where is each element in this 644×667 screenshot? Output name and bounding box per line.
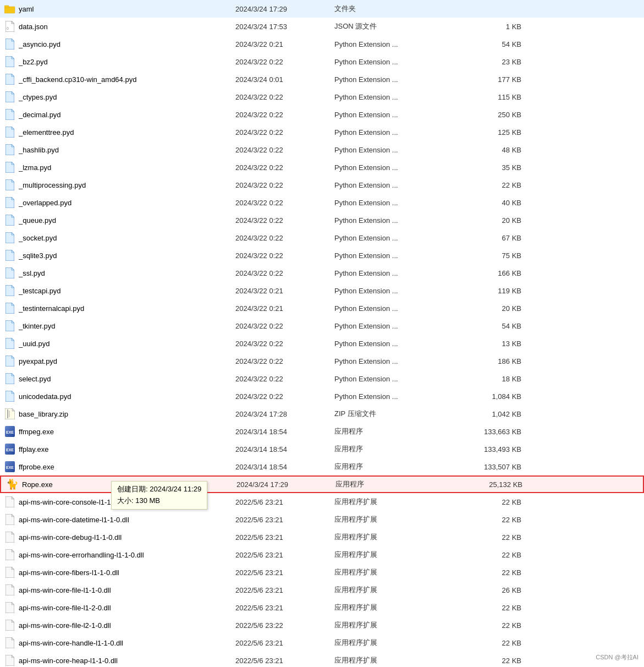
- file-date: 2024/3/22 0:22: [235, 146, 334, 154]
- file-name-col: api-ms-win-core-heap-l1-1-0.dll: [4, 655, 235, 666]
- svg-marker-8: [12, 56, 14, 59]
- dll-icon: [4, 567, 15, 578]
- folder-icon: [4, 3, 15, 14]
- file-row[interactable]: api-ms-win-core-heap-l1-1-0.dll2022/5/6 …: [0, 652, 644, 667]
- file-name-col: select.pyd: [4, 373, 235, 384]
- file-type: 应用程序扩展: [334, 585, 455, 595]
- file-row[interactable]: api-ms-win-core-handle-l1-1-0.dll2022/5/…: [0, 634, 644, 652]
- svg-marker-64: [12, 549, 14, 552]
- file-row[interactable]: _tkinter.pyd2024/3/22 0:22Python Extensi…: [0, 317, 644, 335]
- pyd-icon: [4, 127, 15, 138]
- pyd-icon: [4, 56, 15, 67]
- file-name-col: api-ms-win-core-fibers-l1-1-0.dll: [4, 567, 235, 578]
- file-date: 2024/3/22 0:22: [235, 163, 334, 172]
- file-type: JSON 源文件: [334, 21, 455, 31]
- file-name-col: _socket.pyd: [4, 232, 235, 243]
- pyd-icon: [4, 356, 15, 367]
- file-row[interactable]: _decimal.pyd2024/3/22 0:22Python Extensi…: [0, 106, 644, 123]
- dll-icon: [4, 637, 15, 648]
- file-type: Python Extension ...: [334, 181, 455, 189]
- file-row[interactable]: api-ms-win-core-file-l1-1-0.dll2022/5/6 …: [0, 581, 644, 599]
- file-row[interactable]: unicodedata.pyd2024/3/22 0:22Python Exte…: [0, 387, 644, 405]
- file-row[interactable]: _ctypes.pyd2024/3/22 0:22Python Extensio…: [0, 88, 644, 106]
- pyd-icon: [4, 250, 15, 261]
- svg-marker-74: [12, 637, 14, 640]
- file-row[interactable]: api-ms-win-core-debug-l1-1-0.dll2022/5/6…: [0, 528, 644, 546]
- file-date: 2024/3/22 0:22: [235, 392, 334, 401]
- file-name: _bz2.pyd: [19, 58, 48, 66]
- file-size: 22 KB: [455, 498, 521, 506]
- file-type: Python Extension ...: [334, 252, 455, 260]
- file-tooltip: 创建日期: 2024/3/24 11:29大小: 130 MB: [111, 481, 207, 510]
- file-name-col: api-ms-win-core-handle-l1-1-0.dll: [4, 637, 235, 648]
- file-row[interactable]: api-ms-win-core-file-l2-1-0.dll2022/5/6 …: [0, 616, 644, 634]
- file-type: 应用程序: [334, 427, 455, 436]
- file-row[interactable]: EXE ffmpeg.exe2024/3/14 18:54应用程序133,663…: [0, 423, 644, 440]
- svg-marker-38: [12, 320, 14, 323]
- file-row[interactable]: {} data.json2024/3/24 17:53JSON 源文件1 KB: [0, 18, 644, 35]
- svg-marker-70: [12, 602, 14, 605]
- svg-marker-46: [12, 391, 14, 393]
- file-name: _uuid.pyd: [19, 340, 49, 348]
- file-row[interactable]: api-ms-win-core-file-l1-2-0.dll2022/5/6 …: [0, 599, 644, 616]
- file-row[interactable]: _multiprocessing.pyd2024/3/22 0:22Python…: [0, 176, 644, 194]
- file-name: Rope.exe: [22, 480, 53, 489]
- file-row[interactable]: yaml2024/3/24 17:29文件夹: [0, 0, 644, 18]
- svg-text:EXE: EXE: [6, 430, 14, 434]
- file-row[interactable]: base_library.zip2024/3/24 17:28ZIP 压缩文件1…: [0, 405, 644, 423]
- file-row[interactable]: _testinternalcapi.pyd2024/3/22 0:21Pytho…: [0, 299, 644, 317]
- pyd-icon: [4, 215, 15, 226]
- file-date: 2024/3/24 0:01: [235, 75, 334, 84]
- file-size: 1,042 KB: [455, 410, 521, 418]
- file-row[interactable]: _ssl.pyd2024/3/22 0:22Python Extension .…: [0, 264, 644, 282]
- file-row[interactable]: api-ms-win-core-fibers-l1-1-0.dll2022/5/…: [0, 564, 644, 581]
- file-row[interactable]: pyexpat.pyd2024/3/22 0:22Python Extensio…: [0, 352, 644, 370]
- svg-marker-3: [12, 21, 14, 24]
- file-row[interactable]: select.pyd2024/3/22 0:22Python Extension…: [0, 370, 644, 387]
- file-row[interactable]: _socket.pyd2024/3/22 0:22Python Extensio…: [0, 229, 644, 247]
- file-name: _cffi_backend.cp310-win_amd64.pyd: [19, 75, 136, 84]
- file-type: Python Extension ...: [334, 199, 455, 207]
- file-name: ffprobe.exe: [19, 463, 54, 471]
- file-date: 2022/5/6 23:21: [235, 551, 334, 559]
- file-row[interactable]: 🐈Rope.exe2024/3/24 17:29应用程序25,132 KB创建日…: [0, 475, 644, 493]
- file-type: 应用程序: [334, 462, 455, 472]
- file-row[interactable]: api-ms-win-core-datetime-l1-1-0.dll2022/…: [0, 511, 644, 528]
- file-row[interactable]: EXE ffplay.exe2024/3/14 18:54应用程序133,493…: [0, 440, 644, 458]
- file-name-col: EXE ffmpeg.exe: [4, 426, 235, 437]
- file-size: 22 KB: [455, 533, 521, 542]
- file-row[interactable]: _sqlite3.pyd2024/3/22 0:22Python Extensi…: [0, 247, 644, 264]
- file-type: Python Extension ...: [334, 287, 455, 295]
- file-row[interactable]: _lzma.pyd2024/3/22 0:22Python Extension …: [0, 158, 644, 176]
- dll-icon: [4, 602, 15, 613]
- file-date: 2024/3/22 0:21: [235, 287, 334, 295]
- file-name-col: _asyncio.pyd: [4, 39, 235, 50]
- file-row[interactable]: _bz2.pyd2024/3/22 0:22Python Extension .…: [0, 53, 644, 70]
- file-row[interactable]: _overlapped.pyd2024/3/22 0:22Python Exte…: [0, 194, 644, 211]
- file-row[interactable]: _elementtree.pyd2024/3/22 0:22Python Ext…: [0, 123, 644, 141]
- file-row[interactable]: _queue.pyd2024/3/22 0:22Python Extension…: [0, 211, 644, 229]
- file-date: 2024/3/14 18:54: [235, 428, 334, 436]
- file-name-col: base_library.zip: [4, 408, 235, 419]
- file-date: 2024/3/22 0:22: [235, 128, 334, 136]
- file-row[interactable]: api-ms-win-core-errorhandling-l1-1-0.dll…: [0, 546, 644, 564]
- file-row[interactable]: _hashlib.pyd2024/3/22 0:22Python Extensi…: [0, 141, 644, 158]
- file-type: Python Extension ...: [334, 322, 455, 330]
- svg-marker-36: [12, 303, 14, 305]
- svg-marker-28: [12, 232, 14, 235]
- svg-marker-16: [12, 127, 14, 129]
- file-row[interactable]: _uuid.pyd2024/3/22 0:22Python Extension …: [0, 335, 644, 352]
- file-size: 25,132 KB: [456, 480, 522, 489]
- file-size: 20 KB: [455, 216, 521, 225]
- file-row[interactable]: _cffi_backend.cp310-win_amd64.pyd2024/3/…: [0, 70, 644, 88]
- file-type: Python Extension ...: [334, 269, 455, 277]
- file-row[interactable]: _asyncio.pyd2024/3/22 0:21Python Extensi…: [0, 35, 644, 53]
- file-date: 2024/3/22 0:22: [235, 111, 334, 119]
- file-row[interactable]: _testcapi.pyd2024/3/22 0:21Python Extens…: [0, 282, 644, 299]
- file-name-col: _testinternalcapi.pyd: [4, 303, 235, 314]
- file-row[interactable]: EXE ffprobe.exe2024/3/14 18:54应用程序133,50…: [0, 458, 644, 475]
- file-name: _socket.pyd: [19, 234, 57, 242]
- file-date: 2024/3/22 0:21: [235, 40, 334, 48]
- file-row[interactable]: api-ms-win-core-console-l1-1-0.dll2022/5…: [0, 493, 644, 511]
- file-name: yaml: [19, 5, 34, 13]
